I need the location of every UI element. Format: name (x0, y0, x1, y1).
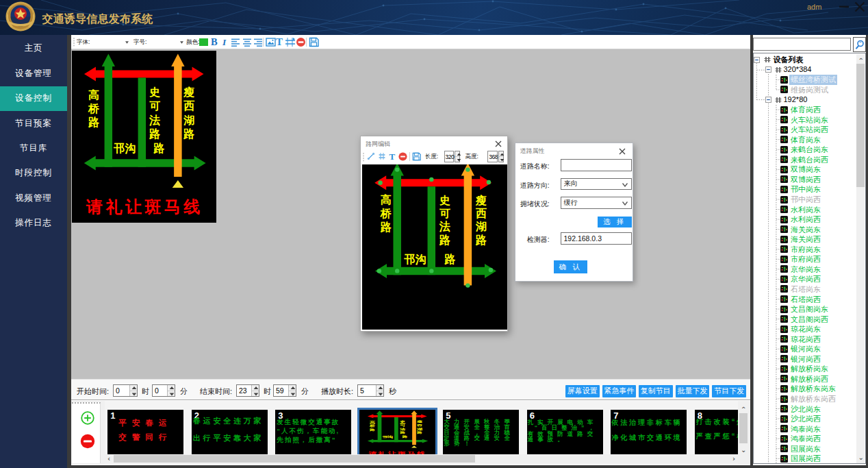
height-spinner-buttons[interactable] (498, 151, 504, 162)
align-center-icon[interactable] (242, 36, 252, 49)
program-thumbnail-6[interactable]: 6扎实开展电动车“百日整治”，有效预防道路交通事故。 (527, 410, 603, 454)
insert-roadnet-icon[interactable] (285, 36, 296, 49)
add-text-icon[interactable]: T (390, 151, 396, 162)
program-thumbnail-7[interactable]: 7依法治理非标车辆净化城市交通环境 (611, 410, 687, 454)
road-name-input[interactable] (561, 159, 633, 171)
select-detector-button[interactable]: 选 择 (598, 217, 633, 228)
tree-collapse-toggle[interactable] (765, 97, 771, 103)
device-search-button[interactable] (853, 37, 866, 52)
height-spinner[interactable]: 368 (487, 151, 498, 162)
spin-down-icon[interactable] (455, 156, 459, 162)
tree-device-label: 解放桥岗东 (789, 364, 830, 374)
program-thumbnail-4[interactable]: 4高桥路史可法路瘦西湖路邗沟路请礼让斑马线 (359, 410, 435, 454)
thumbnails-horizontal-scrollbar[interactable]: ‹ › (105, 454, 738, 464)
tree-collapse-toggle[interactable] (765, 66, 771, 73)
spin-up-icon[interactable] (130, 385, 137, 391)
vscroll-thumb[interactable] (739, 413, 748, 443)
roadnet-edit-canvas[interactable]: 高桥路史可法路瘦西湖路邗沟路 (362, 164, 507, 330)
led-sign-preview[interactable]: 高桥路史可法路瘦西湖路邗沟路请礼让斑马线 (72, 51, 216, 223)
sidebar-item-4[interactable]: 节目库 (0, 136, 67, 160)
spin-up-icon[interactable] (376, 385, 383, 391)
end-hour-spinner[interactable]: 23 (236, 384, 259, 397)
search-icon (855, 40, 865, 50)
color-swatch[interactable] (199, 38, 208, 46)
device-icon (780, 295, 788, 303)
sidebar-item-5[interactable]: 时段控制 (0, 161, 67, 186)
scroll-right-icon[interactable]: › (732, 455, 735, 463)
action-button-1[interactable]: 紧急事件 (602, 385, 637, 398)
program-thumbnail-8[interactable]: 8打击改装“炸严查严惩“机 (695, 410, 738, 454)
device-tree-scrollbar[interactable]: ⌃ ⌄ (856, 54, 865, 464)
spin-down-icon[interactable] (376, 391, 383, 397)
start-minute-spinner[interactable]: 0 (152, 384, 175, 397)
tree-collapse-toggle[interactable] (754, 57, 760, 63)
tree-scroll-thumb[interactable] (856, 64, 865, 187)
remove-program-button[interactable] (80, 434, 95, 449)
add-program-button[interactable] (81, 411, 94, 425)
remove-element-icon[interactable] (296, 36, 306, 49)
svg-text:路: 路 (369, 428, 376, 432)
action-button-4[interactable]: 节目下发 (712, 385, 746, 398)
program-thumbnail-2[interactable]: 2春运安全连万家出行平安靠大家 (192, 410, 268, 454)
program-thumbnail-1[interactable]: 1平安春运交警同行 (107, 410, 183, 454)
length-spinner-buttons[interactable] (455, 151, 460, 162)
spin-up-icon[interactable] (499, 151, 503, 156)
dialog-title: 道路属性 (520, 147, 545, 156)
scroll-left-icon[interactable]: ‹ (107, 455, 110, 463)
road-direction-label: 道路方向: (517, 181, 550, 190)
spin-down-icon[interactable] (499, 156, 503, 162)
bold-button[interactable]: B (211, 36, 218, 49)
spin-down-icon[interactable] (289, 391, 296, 397)
congestion-select[interactable]: 缓行 (561, 197, 633, 209)
sidebar-item-7[interactable]: 操作日志 (0, 211, 67, 236)
thumbnails-vertical-scrollbar[interactable]: ⌃ ⌄ (738, 404, 748, 454)
spin-down-icon[interactable] (252, 391, 259, 397)
spin-down-icon[interactable] (130, 391, 137, 397)
sidebar-item-1[interactable]: 设备管理 (0, 61, 67, 86)
end-minute-spinner[interactable]: 59 (273, 384, 296, 397)
insert-image-icon[interactable] (266, 36, 276, 49)
device-search-input[interactable] (753, 38, 851, 51)
sidebar-item-0[interactable]: 主页 (0, 36, 67, 61)
font-size-select[interactable] (152, 36, 185, 49)
window-close-button[interactable] (854, 1, 865, 12)
save-roadnet-icon[interactable] (412, 152, 421, 161)
spin-up-icon[interactable] (455, 151, 459, 156)
sidebar-item-2[interactable]: 设备控制 (0, 86, 67, 111)
detector-input[interactable]: 192.168.0.3 (561, 232, 633, 245)
confirm-button[interactable]: 确 认 (554, 260, 588, 273)
action-button-3[interactable]: 批量下发 (676, 385, 710, 398)
road-direction-icon[interactable] (378, 152, 386, 160)
align-left-icon[interactable] (231, 36, 240, 49)
roadnet-close-icon[interactable] (494, 139, 503, 149)
draw-road-icon[interactable] (367, 152, 375, 160)
program-thumbnail-3[interactable]: 3发生轻微交通事故“人不伤，车能动,先拍照，后撤离” (275, 410, 351, 454)
spin-up-icon[interactable] (252, 385, 259, 391)
dialog-close-icon[interactable] (617, 147, 627, 156)
toolbar-grip[interactable] (73, 36, 75, 49)
start-hour-spinner[interactable]: 0 (113, 384, 138, 397)
remove-element-icon[interactable] (398, 152, 407, 161)
window-minimize-button[interactable] (839, 0, 850, 13)
sidebar-item-3[interactable]: 节目预案 (0, 111, 67, 136)
action-button-0[interactable]: 屏幕设置 (565, 385, 600, 398)
scroll-down-icon[interactable]: ⌄ (858, 454, 864, 461)
insert-text-icon[interactable]: T (276, 36, 283, 49)
hscroll-thumb[interactable] (114, 455, 475, 463)
program-thumbnail-5[interactable]: 5大力开展秋冬季交通安全整治百日会战，全力稳定道路交通安全形势！ (443, 410, 519, 454)
save-icon[interactable] (309, 36, 319, 49)
length-spinner[interactable]: 320 (444, 151, 455, 162)
italic-button[interactable]: I (222, 36, 226, 49)
spin-up-icon[interactable] (168, 385, 175, 391)
tree-device-label: 火车站岗西 (789, 125, 830, 135)
scroll-up-icon[interactable]: ⌃ (741, 406, 746, 413)
road-direction-select[interactable]: 来向 (561, 178, 633, 190)
spin-down-icon[interactable] (168, 391, 175, 397)
duration-spinner[interactable]: 5 (357, 384, 384, 397)
scroll-down-icon[interactable]: ⌄ (741, 446, 746, 454)
spin-up-icon[interactable] (289, 385, 296, 391)
action-button-2[interactable]: 复制节目 (639, 385, 673, 398)
font-family-select[interactable] (94, 36, 130, 49)
sidebar-item-6[interactable]: 视频管理 (0, 186, 67, 210)
align-right-icon[interactable] (253, 36, 263, 49)
